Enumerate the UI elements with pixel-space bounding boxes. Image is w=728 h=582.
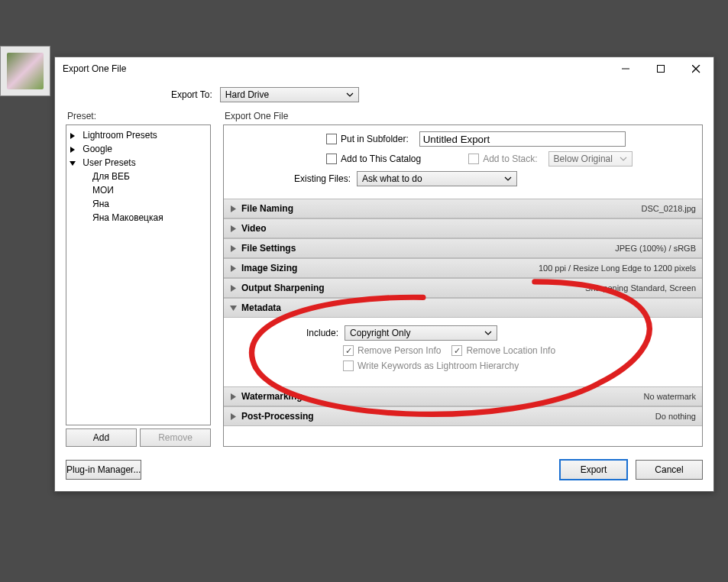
section-metadata[interactable]: Metadata <box>224 298 702 318</box>
section-video[interactable]: Video <box>224 218 702 238</box>
triangle-right-icon <box>230 393 237 400</box>
main-panel-label: Export One File <box>223 109 703 124</box>
chevron-down-icon <box>504 176 512 181</box>
section-watermarking[interactable]: Watermarking No watermark <box>224 386 702 406</box>
put-in-subfolder-checkbox[interactable]: Put in Subfolder: <box>326 134 409 144</box>
triangle-right-icon <box>230 245 237 252</box>
section-output-sharpening[interactable]: Output Sharpening Sharpening Standard, S… <box>224 278 702 298</box>
titlebar: Export One File <box>55 57 713 80</box>
close-button[interactable] <box>678 57 713 80</box>
settings-scroll[interactable]: Put in Subfolder: Add to This Catalog <box>224 125 702 446</box>
preset-remove-button[interactable]: Remove <box>140 428 211 447</box>
triangle-down-icon <box>70 157 77 168</box>
minimize-button[interactable] <box>608 57 643 80</box>
thumbnail-image <box>7 53 44 89</box>
export-to-label: Export To: <box>171 89 212 100</box>
export-to-row: Export To: Hard Drive <box>66 80 703 109</box>
preset-item[interactable]: Для ВЕБ <box>66 170 210 183</box>
preset-item[interactable]: Яна Маковецкая <box>66 211 210 225</box>
existing-files-label: Existing Files: <box>282 173 351 184</box>
section-file-naming[interactable]: File Naming DSC_0218.jpg <box>224 199 702 218</box>
preset-add-button[interactable]: Add <box>66 428 137 447</box>
triangle-right-icon <box>230 225 237 232</box>
preset-folder-google[interactable]: Google <box>66 142 210 156</box>
dialog-footer: Plug-in Manager... Export Cancel <box>66 447 703 480</box>
preset-folder-user[interactable]: User Presets <box>66 156 210 170</box>
add-to-catalog-checkbox[interactable]: Add to This Catalog <box>326 154 421 164</box>
triangle-right-icon <box>230 285 237 292</box>
chevron-down-icon <box>484 331 492 335</box>
export-dialog: Export One File Export To: Hard Drive Pr… <box>54 57 714 492</box>
triangle-right-icon <box>70 130 77 141</box>
remove-location-info-checkbox[interactable]: Remove Location Info <box>451 345 555 356</box>
stack-position-select[interactable]: Below Original <box>548 151 633 167</box>
section-post-processing[interactable]: Post-Processing Do nothing <box>224 406 702 426</box>
section-file-settings[interactable]: File Settings JPEG (100%) / sRGB <box>224 238 702 258</box>
triangle-right-icon <box>230 265 237 272</box>
preset-item[interactable]: МОИ <box>66 183 210 197</box>
export-button[interactable]: Export <box>559 459 628 480</box>
preset-list[interactable]: Lightroom Presets Google User Presets Дл… <box>66 124 211 425</box>
include-label: Include: <box>306 328 338 338</box>
plugin-manager-button[interactable]: Plug-in Manager... <box>66 460 141 480</box>
export-to-value: Hard Drive <box>225 89 346 100</box>
cancel-button[interactable]: Cancel <box>636 460 703 480</box>
svg-rect-1 <box>658 66 665 73</box>
triangle-right-icon <box>230 205 237 212</box>
preset-item[interactable]: Яна <box>66 197 210 211</box>
filmstrip-thumbnail[interactable] <box>0 46 50 96</box>
remove-person-info-checkbox[interactable]: Remove Person Info <box>343 345 441 356</box>
add-to-stack-checkbox[interactable]: Add to Stack: <box>468 154 537 164</box>
triangle-right-icon <box>70 144 77 154</box>
write-keywords-hierarchy-checkbox[interactable]: Write Keywords as Lightroom Hierarchy <box>343 361 519 371</box>
metadata-body: Include: Copyright Only Remove Person In… <box>224 318 702 386</box>
preset-panel-label: Preset: <box>66 109 211 124</box>
export-to-select[interactable]: Hard Drive <box>220 87 359 102</box>
chevron-down-icon <box>620 157 627 161</box>
window-title: Export One File <box>63 63 608 74</box>
preset-folder-lightroom[interactable]: Lightroom Presets <box>66 128 210 142</box>
subfolder-name-input[interactable] <box>419 131 626 147</box>
section-image-sizing[interactable]: Image Sizing 100 ppi / Resize Long Edge … <box>224 258 702 278</box>
triangle-down-icon <box>230 305 237 312</box>
export-settings-panel: Put in Subfolder: Add to This Catalog <box>223 124 703 447</box>
maximize-button[interactable] <box>643 57 678 80</box>
triangle-right-icon <box>230 413 237 420</box>
existing-files-select[interactable]: Ask what to do <box>357 171 517 186</box>
metadata-include-select[interactable]: Copyright Only <box>345 325 497 341</box>
chevron-down-icon <box>346 92 354 97</box>
